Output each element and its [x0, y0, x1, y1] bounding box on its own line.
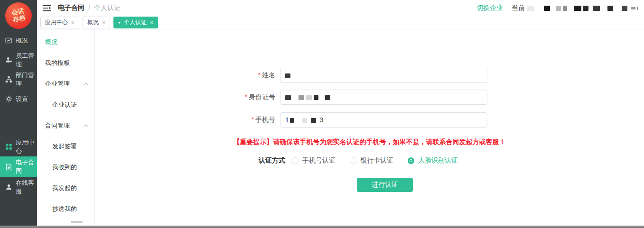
sidebar-item-overview[interactable]: 概况: [0, 31, 37, 50]
submenu-label: 概况: [45, 38, 57, 46]
radio-circle-selected-icon[interactable]: [408, 157, 414, 164]
submenu-label: 我收到的: [52, 163, 77, 172]
gear-icon: [5, 95, 12, 102]
sidebar-item-label: 部门管理: [16, 71, 37, 88]
phone-value-prefix: 1: [285, 116, 289, 124]
required-asterisk: *: [245, 93, 247, 100]
breadcrumb-separator: /: [88, 4, 90, 12]
submenu-my-templates[interactable]: 我的模板: [37, 53, 94, 73]
sidebar-item-label: 应用中心: [16, 138, 37, 155]
breadcrumb-root[interactable]: 电子合同: [58, 4, 84, 12]
submenu-label: 我发起的: [52, 184, 77, 192]
submenu-initiated[interactable]: 我发起的: [37, 178, 94, 199]
radio-bank-card-auth[interactable]: 银行卡认证: [350, 156, 393, 165]
submenu-overview[interactable]: 概况: [37, 32, 94, 53]
sidebar-item-settings[interactable]: 设置: [0, 89, 37, 109]
sidebar-item-e-contract[interactable]: 电子合同: [0, 156, 37, 177]
submenu-initiate-signing[interactable]: 发起签署: [37, 136, 94, 157]
submenu-received[interactable]: 我收到的: [37, 157, 94, 178]
sidebar-item-online-service[interactable]: 在线客服: [0, 177, 37, 197]
submenu-label: 我的模板: [45, 59, 70, 67]
required-asterisk: *: [252, 116, 254, 123]
submenu-contract-management[interactable]: 合同管理: [37, 115, 94, 136]
app-logo[interactable]: 会话 存档: [5, 2, 32, 29]
sidebar-item-label: 在线客服: [16, 179, 37, 196]
current-company-redacted: [527, 4, 638, 12]
menu-fold-icon[interactable]: [43, 5, 51, 11]
phone-row: *手机号 1 3: [95, 112, 487, 128]
tab-personal-auth[interactable]: ● 个人认证 ×: [113, 17, 158, 28]
submenu-label: 抄送我的: [52, 205, 77, 213]
app-grid-icon: [5, 143, 12, 150]
tab-bar: 应用中心 × 概况 × ● 个人认证 ×: [37, 16, 644, 29]
tab-overview[interactable]: 概况 ×: [83, 17, 110, 28]
sidebar-spacer: [0, 109, 37, 137]
name-row: *姓名: [95, 68, 487, 83]
personal-auth-form: *姓名 *身份证号 *手机号 1 3 【重要提示】请确保该手机号: [95, 29, 644, 228]
submenu-cc-to-me[interactable]: 抄送我的: [37, 199, 94, 219]
tab-close-icon[interactable]: ×: [71, 20, 75, 26]
chevron-up-icon: [84, 82, 88, 85]
id-number-label: *身份证号: [95, 93, 280, 101]
app-root: 会话 存档 概况 员工管理 部门管理: [0, 0, 644, 228]
auth-method-row: 认证方式 手机号认证 银行卡认证 人脸识别认证: [259, 156, 472, 165]
org-chart-icon: [5, 76, 12, 83]
id-number-input[interactable]: [280, 90, 487, 105]
sidebar-item-departments[interactable]: 部门管理: [0, 70, 37, 89]
phone-input[interactable]: 1 3: [280, 112, 487, 128]
header-right: 切换企业 当前: [476, 4, 644, 12]
breadcrumb-current: 个人认证: [94, 4, 121, 12]
radio-label: 手机号认证: [302, 156, 336, 165]
tab-label: 应用中心: [45, 18, 68, 27]
required-asterisk: *: [258, 71, 261, 79]
radio-circle-icon[interactable]: [292, 157, 299, 164]
primary-sidebar: 会话 存档 概况 员工管理 部门管理: [0, 0, 37, 228]
contract-document-icon: [5, 164, 12, 171]
radio-label: 人脸识别认证: [418, 156, 458, 165]
employee-icon: [5, 56, 12, 64]
tab-app-center[interactable]: 应用中心 ×: [40, 17, 79, 28]
radio-phone-auth[interactable]: 手机号认证: [292, 156, 336, 165]
sidebar-item-label: 员工管理: [16, 52, 37, 69]
phone-value-suffix: 3: [320, 116, 324, 124]
submenu-label: 企业认证: [52, 100, 77, 109]
primary-menu: 概况 员工管理 部门管理 设置: [0, 31, 37, 197]
tab-label: 个人认证: [124, 18, 147, 27]
active-tab-dot-icon: ●: [118, 21, 121, 25]
submenu-label: 发起签署: [52, 142, 77, 151]
secondary-sidebar: 概况 我的模板 企业管理 企业认证 合同管理 发起签署 我收到的 我发起的 抄送…: [37, 29, 95, 228]
name-input[interactable]: [280, 68, 487, 83]
switch-company-link[interactable]: 切换企业: [476, 4, 503, 12]
header: 电子合同 / 个人认证 切换企业 当前: [37, 0, 644, 16]
radio-label: 银行卡认证: [360, 156, 393, 165]
id-number-row: *身份证号: [95, 90, 487, 105]
sidebar-item-label: 概况: [16, 36, 28, 45]
sidebar-item-app-center[interactable]: 应用中心: [0, 137, 37, 156]
auth-method-label: 认证方式: [259, 156, 285, 165]
name-value-redacted: [285, 72, 290, 79]
app-logo-text: 会话 存档: [11, 8, 26, 24]
submenu-enterprise-management[interactable]: 企业管理: [37, 73, 94, 94]
breadcrumb: 电子合同 / 个人认证: [58, 4, 121, 12]
chevron-up-icon: [84, 124, 88, 127]
current-company-label: 当前: [512, 4, 525, 12]
sidebar-item-label: 电子合同: [16, 158, 37, 175]
customer-service-icon: [5, 183, 12, 191]
sidebar-item-label: 设置: [16, 95, 28, 103]
id-value-redacted: [285, 93, 330, 101]
radio-circle-icon[interactable]: [350, 157, 356, 164]
submenu-enterprise-auth[interactable]: 企业认证: [37, 94, 94, 115]
submenu-label: 企业管理: [45, 80, 70, 88]
proceed-auth-button[interactable]: 进行认证: [357, 178, 413, 192]
tab-close-icon[interactable]: ×: [102, 20, 105, 26]
phone-value-redacted: [290, 116, 320, 124]
tab-close-icon[interactable]: ×: [150, 20, 153, 26]
important-notice-text: 【重要提示】请确保该手机号为您实名认证的手机号，如果不是，请联系合同发起方或客服…: [95, 138, 644, 146]
radio-face-recognition-auth[interactable]: 人脸识别认证: [408, 156, 458, 165]
sidebar-item-employees[interactable]: 员工管理: [0, 50, 37, 70]
submenu-label: 合同管理: [45, 121, 70, 130]
name-label: *姓名: [95, 71, 280, 80]
overview-chart-icon: [5, 37, 12, 44]
tab-label: 概况: [87, 18, 99, 27]
window-bottom-edge: [0, 226, 644, 228]
